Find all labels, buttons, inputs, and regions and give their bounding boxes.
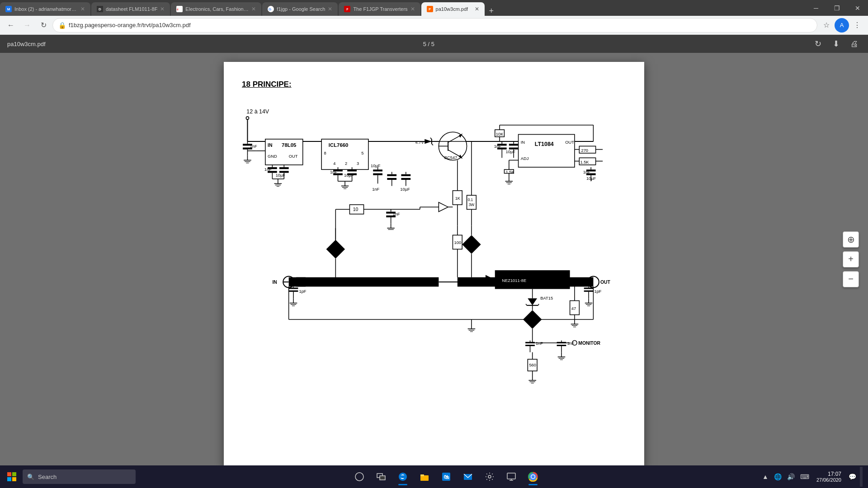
close-button[interactable]: ✕ xyxy=(847,0,868,16)
forward-button[interactable]: → xyxy=(20,18,34,33)
pdf-reload-button[interactable]: ↻ xyxy=(812,38,825,50)
circuit-diagram: 12 à 14V 1nF xyxy=(242,98,626,414)
svg-rect-68 xyxy=(387,178,396,180)
svg-text:1nF: 1nF xyxy=(330,170,337,174)
zoom-out-button[interactable]: − xyxy=(843,271,859,287)
tab-favicon-mail: M xyxy=(5,6,12,12)
svg-text:e: e xyxy=(177,8,179,11)
task-view-icon xyxy=(377,472,386,481)
svg-text:OUT: OUT xyxy=(565,140,574,145)
clock-area[interactable]: 17:07 27/06/2020 xyxy=(813,469,845,484)
task-view-button[interactable] xyxy=(371,467,391,487)
tab-pdf[interactable]: P pa10w3cm.pdf ✕ xyxy=(421,2,485,16)
pdf-print-button[interactable]: 🖨 xyxy=(848,38,861,50)
clock-date: 27/06/2020 xyxy=(816,477,841,483)
speaker-icon[interactable]: 🔊 xyxy=(785,471,797,482)
svg-text:MONITOR: MONITOR xyxy=(578,341,600,346)
start-button[interactable] xyxy=(2,467,22,487)
reload-button[interactable]: ↻ xyxy=(36,18,51,33)
zoom-controls: ⊕ + − xyxy=(843,231,859,287)
tab-close-f1jgp[interactable]: ✕ xyxy=(410,6,415,12)
profile-button[interactable]: A xyxy=(835,18,849,33)
bookmark-button[interactable]: ☆ xyxy=(819,18,834,33)
tab-close-mail[interactable]: ✕ xyxy=(80,6,85,12)
pdf-filename: pa10w3cm.pdf xyxy=(7,41,46,47)
svg-rect-61 xyxy=(373,169,382,171)
pdf-page-info: 5 / 5 xyxy=(423,41,434,47)
pdf-download-button[interactable]: ⬇ xyxy=(830,38,843,50)
svg-text:2: 2 xyxy=(345,161,347,166)
taskbar-explorer[interactable] xyxy=(415,467,434,487)
svg-rect-67 xyxy=(387,174,396,176)
search-bar[interactable]: 🔍 Search xyxy=(23,469,136,484)
svg-text:0.1: 0.1 xyxy=(468,197,473,202)
svg-text:78L05: 78L05 xyxy=(282,142,297,148)
svg-text:10µF: 10µF xyxy=(276,173,286,178)
taskbar-display[interactable] xyxy=(501,467,521,487)
svg-text:NEZ1011-8E: NEZ1011-8E xyxy=(502,278,526,283)
browser-window: M Inbox (2) - adrianwhatmore2... ✕ D dat… xyxy=(0,0,868,488)
tab-mail[interactable]: M Inbox (2) - adrianwhatmore2... ✕ xyxy=(0,2,90,16)
svg-rect-178 xyxy=(289,287,298,289)
svg-line-80 xyxy=(430,138,432,139)
show-hidden-icons[interactable]: ▲ xyxy=(760,471,770,482)
restore-button[interactable]: ❐ xyxy=(826,0,847,16)
svg-rect-28 xyxy=(279,167,289,169)
svg-text:BAT15: BAT15 xyxy=(540,296,553,300)
svg-line-205 xyxy=(526,304,527,305)
tab-label-mail: Inbox (2) - adrianwhatmore2... xyxy=(14,6,78,12)
svg-text:10µF: 10µF xyxy=(371,164,381,168)
svg-text:10µF: 10µF xyxy=(506,150,516,154)
svg-rect-258 xyxy=(380,476,385,480)
circuit-container: 18 PRINCIPE: 12 à 14V xyxy=(242,80,626,450)
svg-text:1nF: 1nF xyxy=(372,187,379,192)
settings-icon xyxy=(485,472,495,482)
show-desktop-button[interactable] xyxy=(860,467,863,487)
svg-text:5: 5 xyxy=(361,151,363,155)
svg-rect-179 xyxy=(289,291,298,292)
zoom-fit-button[interactable]: ⊕ xyxy=(843,231,859,248)
svg-rect-189 xyxy=(584,287,594,289)
taskbar-store[interactable]: 🛍 xyxy=(436,467,456,487)
address-bar[interactable]: 🔒 f1bzg.pagesperso-orange.fr/trvt/pa10w3… xyxy=(52,18,817,33)
svg-text:1nF: 1nF xyxy=(264,167,272,172)
svg-text:OUT: OUT xyxy=(289,154,298,159)
circuit-title: 18 PRINCIPE: xyxy=(242,80,626,89)
taskbar-chrome[interactable] xyxy=(523,467,543,487)
tabs-container: M Inbox (2) - adrianwhatmore2... ✕ D dat… xyxy=(0,0,806,16)
tab-close-datasheet[interactable]: ✕ xyxy=(160,6,165,12)
taskbar-settings[interactable] xyxy=(480,467,500,487)
svg-text:1nF: 1nF xyxy=(567,341,574,346)
display-icon xyxy=(506,472,516,482)
extensions-button[interactable]: ⋮ xyxy=(850,18,864,33)
svg-text:3: 3 xyxy=(357,161,359,166)
tab-close-pdf[interactable]: ✕ xyxy=(475,6,479,12)
new-tab-button[interactable]: + xyxy=(486,6,498,16)
tab-f1jgp[interactable]: F The F1JGP Transverters ✕ xyxy=(339,2,420,16)
tab-favicon-dig: D xyxy=(97,6,103,12)
tab-label-f1jgp: The F1JGP Transverters xyxy=(353,6,407,12)
minimize-button[interactable]: ─ xyxy=(806,0,826,16)
file-explorer-icon xyxy=(420,472,429,482)
cortana-icon xyxy=(355,472,364,481)
tab-close-google[interactable]: ✕ xyxy=(328,6,332,12)
svg-text:10µF: 10µF xyxy=(400,187,410,192)
network-icon[interactable]: 🌐 xyxy=(772,471,783,482)
taskbar-mail[interactable] xyxy=(458,467,478,487)
chrome-icon xyxy=(528,472,538,482)
notification-icon[interactable]: 💬 xyxy=(847,471,858,482)
tab-ebay[interactable]: e Electronics, Cars, Fashion, Co... ✕ xyxy=(171,2,261,16)
taskbar-edge[interactable] xyxy=(393,467,413,487)
svg-text:IN: IN xyxy=(521,140,525,145)
svg-point-3 xyxy=(246,117,249,119)
zoom-in-button[interactable]: + xyxy=(843,251,859,267)
pdf-viewer: 18 PRINCIPE: 12 à 14V xyxy=(0,53,868,465)
cortana-button[interactable] xyxy=(349,467,369,487)
keyboard-icon[interactable]: ⌨ xyxy=(798,471,811,482)
tab-close-ebay[interactable]: ✕ xyxy=(251,6,256,12)
tab-datasheet[interactable]: D datasheet FLM1011-8F ✕ xyxy=(91,2,170,16)
svg-text:270: 270 xyxy=(581,148,588,153)
tab-google[interactable]: G f1jgp - Google Search ✕ xyxy=(262,2,338,16)
svg-marker-162 xyxy=(326,240,345,258)
back-button[interactable]: ← xyxy=(4,18,18,33)
